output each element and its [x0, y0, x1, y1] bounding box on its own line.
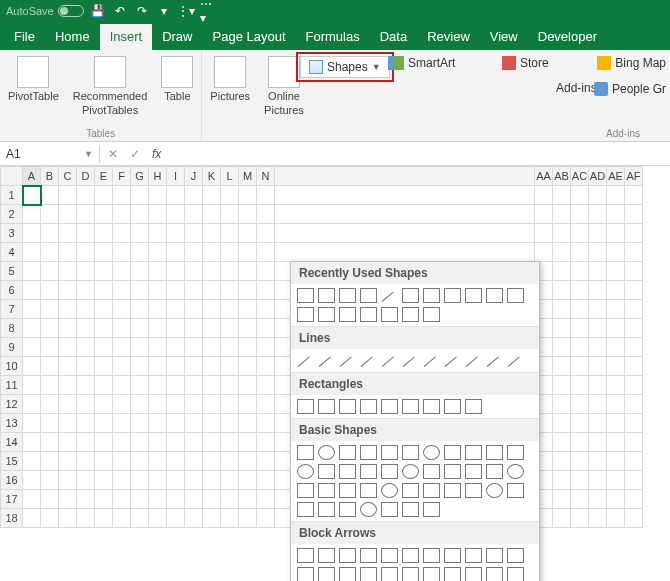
cell[interactable]: [203, 414, 221, 433]
cell[interactable]: [23, 224, 41, 243]
tab-insert[interactable]: Insert: [100, 24, 153, 50]
cell[interactable]: [553, 243, 571, 262]
cell[interactable]: [571, 338, 589, 357]
shape-option[interactable]: [402, 307, 419, 322]
cell[interactable]: [607, 414, 625, 433]
cell[interactable]: [41, 357, 59, 376]
formula-bar[interactable]: ✕ ✓ fx: [100, 147, 169, 161]
shape-option[interactable]: [507, 288, 524, 303]
shape-option[interactable]: [339, 399, 356, 414]
shape-option[interactable]: [318, 445, 335, 460]
shape-option[interactable]: [339, 483, 356, 498]
cell[interactable]: [59, 300, 77, 319]
cell[interactable]: [185, 281, 203, 300]
cell[interactable]: [571, 509, 589, 528]
cell[interactable]: [23, 395, 41, 414]
cell[interactable]: [607, 319, 625, 338]
cell[interactable]: [113, 433, 131, 452]
cell[interactable]: [553, 186, 571, 205]
shape-option[interactable]: [507, 567, 524, 581]
cell[interactable]: [257, 357, 275, 376]
row-header[interactable]: 7: [1, 300, 23, 319]
row-header[interactable]: 10: [1, 357, 23, 376]
cell[interactable]: [95, 262, 113, 281]
cell[interactable]: [77, 205, 95, 224]
cell[interactable]: [41, 509, 59, 528]
cell[interactable]: [607, 300, 625, 319]
cell[interactable]: [203, 452, 221, 471]
cell[interactable]: [607, 452, 625, 471]
shape-option[interactable]: [318, 353, 335, 368]
col-header[interactable]: C: [59, 167, 77, 186]
cell[interactable]: [625, 433, 643, 452]
cell[interactable]: [607, 433, 625, 452]
col-header[interactable]: G: [131, 167, 149, 186]
shape-option[interactable]: [486, 548, 503, 563]
shape-option[interactable]: [423, 502, 440, 517]
shape-option[interactable]: [339, 502, 356, 517]
cell[interactable]: [59, 376, 77, 395]
corner-cell[interactable]: [1, 167, 23, 186]
cell[interactable]: [239, 376, 257, 395]
cell[interactable]: [23, 452, 41, 471]
cell[interactable]: [257, 338, 275, 357]
cell[interactable]: [203, 243, 221, 262]
recommended-pivot-button[interactable]: Recommended PivotTables: [71, 54, 150, 118]
tab-page-layout[interactable]: Page Layout: [203, 24, 296, 50]
shape-option[interactable]: [486, 483, 503, 498]
shape-option[interactable]: [465, 464, 482, 479]
cell[interactable]: [203, 376, 221, 395]
tab-data[interactable]: Data: [370, 24, 417, 50]
autosave-switch-icon[interactable]: [58, 5, 84, 17]
shape-option[interactable]: [339, 353, 356, 368]
cell[interactable]: [131, 205, 149, 224]
store-button[interactable]: Store: [502, 56, 549, 70]
shape-option[interactable]: [297, 567, 314, 581]
cell[interactable]: [589, 300, 607, 319]
shape-option[interactable]: [507, 353, 524, 368]
cell[interactable]: [113, 490, 131, 509]
shape-option[interactable]: [444, 464, 461, 479]
cell[interactable]: [59, 338, 77, 357]
shape-option[interactable]: [444, 483, 461, 498]
cell[interactable]: [553, 414, 571, 433]
cell[interactable]: [257, 224, 275, 243]
row-header[interactable]: 2: [1, 205, 23, 224]
shape-option[interactable]: [318, 502, 335, 517]
shape-option[interactable]: [297, 399, 314, 414]
cell[interactable]: [167, 281, 185, 300]
cell[interactable]: [41, 338, 59, 357]
name-box[interactable]: A1 ▼: [0, 145, 100, 163]
cell[interactable]: [625, 319, 643, 338]
shape-option[interactable]: [402, 288, 419, 303]
cell[interactable]: [553, 281, 571, 300]
cell[interactable]: [589, 243, 607, 262]
cell[interactable]: [221, 319, 239, 338]
cell[interactable]: [41, 490, 59, 509]
shape-option[interactable]: [360, 567, 377, 581]
qat-icon-3[interactable]: ⋯▾: [200, 3, 216, 19]
cell[interactable]: [23, 376, 41, 395]
cell[interactable]: [131, 471, 149, 490]
shape-option[interactable]: [444, 288, 461, 303]
cell[interactable]: [149, 243, 167, 262]
shape-option[interactable]: [360, 502, 377, 517]
shape-option[interactable]: [402, 353, 419, 368]
cell[interactable]: [167, 262, 185, 281]
cell[interactable]: [131, 262, 149, 281]
cell[interactable]: [131, 300, 149, 319]
cell[interactable]: [589, 319, 607, 338]
cell[interactable]: [625, 395, 643, 414]
cell[interactable]: [221, 509, 239, 528]
cell[interactable]: [221, 452, 239, 471]
shape-option[interactable]: [360, 464, 377, 479]
cell[interactable]: [23, 300, 41, 319]
shape-option[interactable]: [486, 288, 503, 303]
cell[interactable]: [131, 224, 149, 243]
cell[interactable]: [59, 357, 77, 376]
cell[interactable]: [113, 376, 131, 395]
cell[interactable]: [589, 186, 607, 205]
cell[interactable]: [203, 262, 221, 281]
cell[interactable]: [41, 414, 59, 433]
cell[interactable]: [203, 186, 221, 205]
